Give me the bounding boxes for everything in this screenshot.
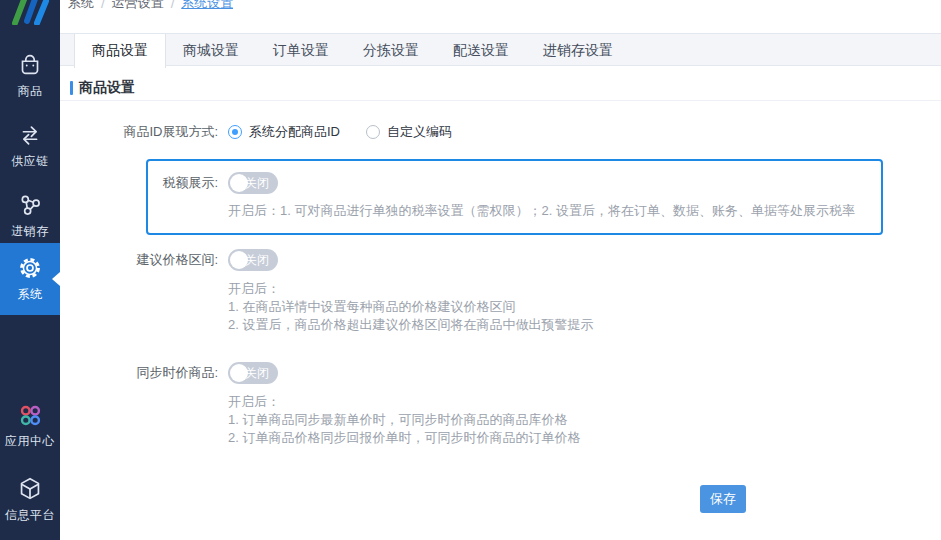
description-line: 2. 设置后，商品价格超出建议价格区间将在商品中做出预警提示 bbox=[228, 316, 593, 334]
sidebar-item-goods[interactable]: 商品 bbox=[0, 50, 60, 100]
cube-icon bbox=[15, 474, 45, 504]
field-label: 税额展示: bbox=[148, 172, 228, 194]
tab-mall-settings[interactable]: 商城设置 bbox=[166, 34, 256, 67]
form-row-price-range: 建议价格区间: 关闭 开启后： 1. 在商品详情中设置每种商品的价格建议价格区间… bbox=[60, 249, 941, 334]
active-item-notch bbox=[52, 272, 60, 286]
radio-system-assigned-id[interactable]: 系统分配商品ID bbox=[228, 123, 340, 141]
sidebar-item-label: 供应链 bbox=[11, 153, 49, 170]
tab-goods-settings[interactable]: 商品设置 bbox=[74, 34, 166, 68]
radio-unselected-icon[interactable] bbox=[366, 125, 380, 139]
sidebar-item-label: 应用中心 bbox=[5, 433, 55, 450]
sidebar-item-label: 系统 bbox=[18, 286, 43, 303]
radio-label: 系统分配商品ID bbox=[249, 123, 340, 141]
toggle-state-label: 关闭 bbox=[245, 362, 269, 384]
sidebar-item-label: 商品 bbox=[18, 83, 43, 100]
sidebar-item-info-platform[interactable]: 信息平台 bbox=[0, 474, 60, 524]
field-description: 开启后： 1. 订单商品同步最新单价时，可同步时价商品的商品库价格 2. 订单商… bbox=[228, 393, 580, 447]
sidebar-item-inventory[interactable]: 进销存 bbox=[0, 190, 60, 240]
breadcrumb-separator: / bbox=[101, 0, 105, 11]
main-content: 系统 / 运营设置 / 系统设置 商品设置 商城设置 订单设置 分拣设置 配送设… bbox=[60, 0, 941, 540]
tab-order-settings[interactable]: 订单设置 bbox=[256, 34, 346, 67]
breadcrumb-item[interactable]: 运营设置 bbox=[112, 0, 164, 11]
field-label: 同步时价商品: bbox=[60, 362, 228, 384]
form-row-sync-price: 同步时价商品: 关闭 开启后： 1. 订单商品同步最新单价时，可同步时价商品的商… bbox=[60, 362, 941, 447]
sidebar-item-label: 进销存 bbox=[11, 223, 49, 240]
field-label: 建议价格区间: bbox=[60, 249, 228, 271]
radio-label: 自定义编码 bbox=[387, 123, 452, 141]
price-range-toggle[interactable]: 关闭 bbox=[228, 249, 278, 271]
save-button[interactable]: 保存 bbox=[700, 485, 746, 513]
breadcrumb: 系统 / 运营设置 / 系统设置 bbox=[68, 0, 233, 11]
sidebar-item-system[interactable]: 系统 bbox=[0, 243, 60, 315]
settings-form: 商品ID展现方式: 系统分配商品ID 自定义编码 税额展示: bbox=[60, 121, 941, 513]
section-title: 商品设置 bbox=[79, 79, 135, 97]
sync-price-toggle[interactable]: 关闭 bbox=[228, 362, 278, 384]
id-display-radio-group: 系统分配商品ID 自定义编码 bbox=[228, 121, 452, 141]
sync-price-control: 关闭 开启后： 1. 订单商品同步最新单价时，可同步时价商品的商品库价格 2. … bbox=[228, 362, 580, 447]
sidebar-item-label: 信息平台 bbox=[5, 507, 55, 524]
radio-custom-code[interactable]: 自定义编码 bbox=[366, 123, 452, 141]
breadcrumb-item-current[interactable]: 系统设置 bbox=[181, 0, 233, 11]
form-row-id-display: 商品ID展现方式: 系统分配商品ID 自定义编码 bbox=[60, 121, 941, 143]
share-nodes-icon bbox=[15, 190, 45, 220]
radio-selected-icon[interactable] bbox=[228, 125, 242, 139]
sidebar: 商品 供应链 进销存 bbox=[0, 0, 60, 540]
sidebar-item-app-center[interactable]: 应用中心 bbox=[0, 400, 60, 450]
price-range-control: 关闭 开启后： 1. 在商品详情中设置每种商品的价格建议价格区间 2. 设置后，… bbox=[228, 249, 593, 334]
form-row-tax-display: 税额展示: 关闭 bbox=[148, 172, 881, 194]
tax-display-toggle[interactable]: 关闭 bbox=[228, 172, 278, 194]
section-header: 商品设置 bbox=[70, 79, 135, 97]
section-divider bbox=[60, 100, 941, 101]
bag-icon bbox=[15, 50, 45, 80]
tax-display-highlight-box: 税额展示: 关闭 开启后：1. 可对商品进行单独的税率设置（需权限）；2. 设置… bbox=[146, 159, 883, 235]
description-line: 开启后： bbox=[228, 393, 580, 411]
toggle-state-label: 关闭 bbox=[245, 172, 269, 194]
field-label: 商品ID展现方式: bbox=[60, 121, 228, 143]
swap-arrows-icon bbox=[15, 120, 45, 150]
description-line: 开启后： bbox=[228, 280, 593, 298]
field-description: 开启后：1. 可对商品进行单独的税率设置（需权限）；2. 设置后，将在订单、数据… bbox=[228, 202, 865, 220]
breadcrumb-separator: / bbox=[171, 0, 175, 11]
app-window: 商品 供应链 进销存 bbox=[0, 0, 941, 540]
description-line: 1. 订单商品同步最新单价时，可同步时价商品的商品库价格 bbox=[228, 411, 580, 429]
description-line: 2. 订单商品价格同步回报价单时，可同步时价商品的订单价格 bbox=[228, 429, 580, 447]
app-center-icon bbox=[15, 400, 45, 430]
breadcrumb-item[interactable]: 系统 bbox=[68, 0, 94, 11]
tab-inventory-settings[interactable]: 进销存设置 bbox=[526, 34, 630, 67]
sidebar-item-supply-chain[interactable]: 供应链 bbox=[0, 120, 60, 170]
tab-delivery-settings[interactable]: 配送设置 bbox=[436, 34, 526, 67]
section-accent-bar bbox=[70, 81, 73, 95]
toggle-state-label: 关闭 bbox=[245, 249, 269, 271]
description-line: 1. 在商品详情中设置每种商品的价格建议价格区间 bbox=[228, 298, 593, 316]
tab-sorting-settings[interactable]: 分拣设置 bbox=[346, 34, 436, 67]
field-description: 开启后： 1. 在商品详情中设置每种商品的价格建议价格区间 2. 设置后，商品价… bbox=[228, 280, 593, 334]
app-logo bbox=[9, 0, 51, 25]
gear-icon bbox=[15, 253, 45, 283]
settings-tabbar: 商品设置 商城设置 订单设置 分拣设置 配送设置 进销存设置 bbox=[60, 33, 941, 66]
